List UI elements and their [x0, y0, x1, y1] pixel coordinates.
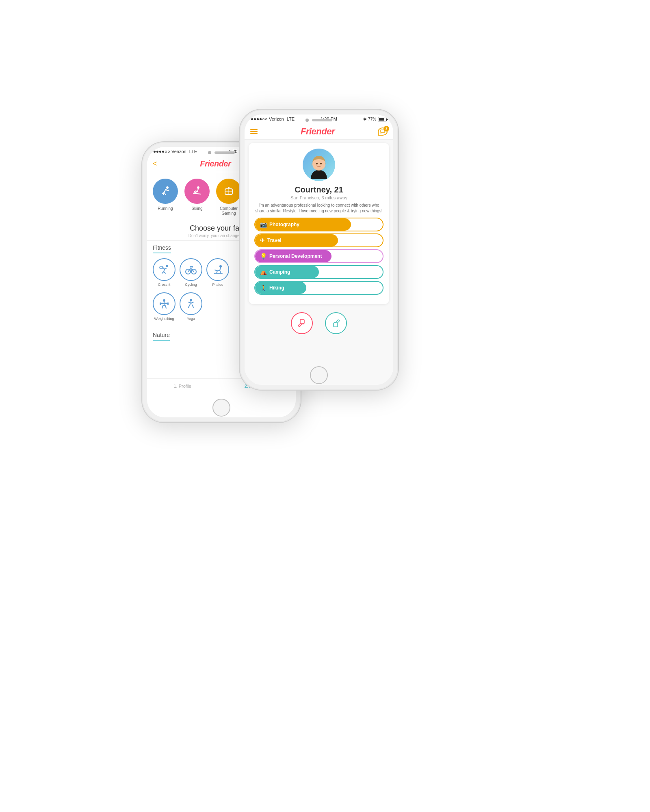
cycling-circle [180, 258, 202, 281]
hamburger-line1 [250, 129, 258, 130]
pilates-item[interactable]: Pilates [206, 258, 229, 287]
front-screen: Verizon LTE 1:20 PM ✱ 77% [245, 114, 393, 385]
crossfit-icon [158, 263, 170, 276]
front-signal-dots [251, 118, 267, 120]
svg-point-7 [166, 265, 168, 267]
photography-icon: 📷 [260, 221, 267, 228]
scene: Verizon LTE 1:20 PM < Friender [122, 61, 528, 751]
svg-rect-16 [160, 302, 161, 305]
front-camera-dot [306, 119, 309, 122]
yoga-label: Yoga [187, 317, 195, 321]
front-network: LTE [287, 117, 295, 121]
back-home-button[interactable] [212, 399, 230, 417]
front-app-logo: Friender [301, 126, 335, 137]
running-icon [158, 184, 172, 198]
yoga-item[interactable]: Yoga [180, 292, 202, 321]
camping-icon: ⛺ [260, 269, 267, 275]
profile-location: San Francisco, 3 miles away [254, 195, 384, 200]
back-phone-top-bar [208, 151, 235, 154]
interest-hiking: 🚶 Hiking [254, 281, 384, 295]
weightlifting-item[interactable]: Weightlifting [153, 292, 176, 321]
personal-icon: 💡 [260, 253, 267, 259]
fdot5 [262, 118, 264, 120]
message-badge: 2 [384, 126, 389, 132]
interest-camping: ⛺ Camping [254, 265, 384, 279]
dislike-icon [297, 318, 307, 328]
hiking-text: Hiking [269, 285, 284, 291]
crossfit-item[interactable]: Crossfit [153, 258, 176, 287]
gaming-label: Computer Gaming [217, 206, 240, 216]
running-icon-circle [153, 179, 178, 204]
crossfit-label: Crossfit [158, 283, 171, 287]
front-home-button[interactable] [310, 366, 328, 384]
profile-name: Courtney, 21 [254, 185, 384, 194]
battery-percent: 77% [368, 117, 376, 121]
avatar [303, 149, 335, 181]
cycling-label: Cycling [185, 283, 197, 287]
pilates-circle [206, 258, 229, 281]
front-phone-screen: Verizon LTE 1:20 PM ✱ 77% [245, 114, 393, 385]
gaming-icon-circle [216, 179, 241, 204]
yoga-circle [180, 292, 202, 315]
dot4 [162, 151, 164, 153]
hamburger-menu[interactable] [250, 129, 258, 134]
avatar-image [303, 149, 335, 181]
photography-text: Photography [269, 222, 299, 227]
cycling-item[interactable]: Cycling [180, 258, 202, 287]
dot3 [159, 151, 161, 153]
travel-text: Travel [267, 238, 282, 243]
personal-text: Personal Development [269, 253, 322, 259]
hiking-icon: 🚶 [260, 285, 267, 291]
tab-profile[interactable]: 1. Profile [173, 384, 191, 389]
activity-running[interactable]: Running [153, 179, 178, 216]
activity-gaming[interactable]: Computer Gaming [216, 179, 241, 216]
messages-icon[interactable]: 2 [378, 127, 388, 136]
battery-fill [379, 118, 384, 121]
photography-label: 📷 Photography [260, 221, 299, 228]
yoga-icon [185, 298, 197, 310]
svg-point-21 [316, 163, 318, 164]
battery-icon [378, 117, 387, 121]
travel-label: ✈ Travel [260, 237, 282, 244]
front-carrier: Verizon [269, 117, 284, 121]
svg-point-11 [191, 266, 193, 268]
signal-dots [154, 151, 170, 153]
weightlifting-label: Weightlifting [154, 317, 174, 321]
camping-text: Camping [269, 269, 290, 275]
back-button[interactable]: < [153, 160, 157, 168]
pilates-label: Pilates [212, 283, 223, 287]
dot2 [156, 151, 158, 153]
like-icon [331, 318, 341, 328]
crossfit-circle [153, 258, 176, 281]
svg-rect-17 [167, 302, 169, 305]
cycling-icon [185, 263, 197, 276]
dislike-button[interactable] [291, 312, 313, 334]
travel-icon: ✈ [260, 237, 265, 244]
svg-point-0 [166, 186, 169, 189]
interest-personal: 💡 Personal Development [254, 249, 384, 263]
activity-skiing[interactable]: Skiing [184, 179, 210, 216]
like-button[interactable] [325, 312, 347, 334]
gaming-icon [222, 184, 236, 198]
profile-bio: I'm an adventurous professional looking … [254, 203, 384, 214]
fitness-title: Fitness [153, 244, 171, 253]
running-label: Running [158, 206, 173, 211]
weightlifting-circle [153, 292, 176, 315]
fdot4 [260, 118, 262, 120]
bluetooth-icon: ✱ [363, 117, 366, 121]
fdot3 [257, 118, 259, 120]
personal-label: 💡 Personal Development [260, 253, 322, 259]
front-nav-bar: Friender 2 [245, 123, 393, 140]
interest-travel: ✈ Travel [254, 233, 384, 247]
front-phone-top-bar [306, 119, 332, 122]
hiking-label: 🚶 Hiking [260, 285, 284, 291]
front-status-right: ✱ 77% [363, 117, 387, 121]
fdot2 [254, 118, 256, 120]
front-phone: Verizon LTE 1:20 PM ✱ 77% [240, 110, 398, 390]
hamburger-line3 [250, 133, 258, 134]
camera-dot [208, 151, 211, 154]
network-text: LTE [189, 149, 197, 154]
nature-title: Nature [153, 332, 170, 341]
weightlifting-icon [158, 298, 170, 310]
skiing-icon-circle [184, 179, 210, 204]
